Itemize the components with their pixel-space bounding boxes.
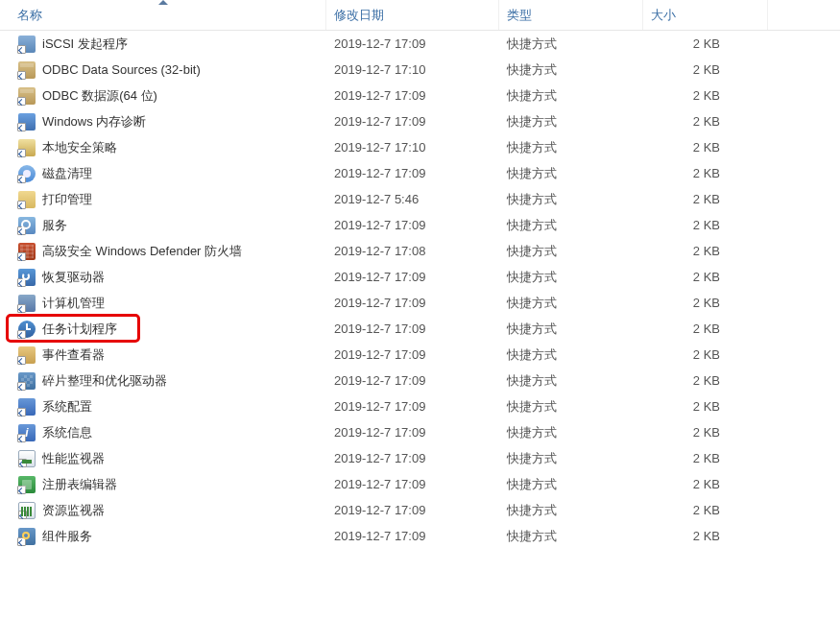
file-row[interactable]: 打印管理2019-12-7 5:46快捷方式2 KB (0, 186, 840, 212)
file-name-cell[interactable]: 系统配置 (0, 397, 326, 417)
file-row[interactable]: 碎片整理和优化驱动器2019-12-7 17:09快捷方式2 KB (0, 368, 840, 393)
file-row[interactable]: ODBC Data Sources (32-bit)2019-12-7 17:1… (0, 57, 840, 83)
file-icon (17, 60, 36, 80)
file-size-cell: 2 KB (643, 451, 768, 465)
file-type-cell: 快捷方式 (499, 398, 643, 416)
file-type-cell: 快捷方式 (499, 139, 643, 156)
file-name-cell[interactable]: 本地安全策略 (0, 138, 326, 157)
file-row[interactable]: 组件服务2019-12-7 17:09快捷方式2 KB (0, 523, 840, 549)
file-name-label: 磁盘清理 (42, 165, 92, 182)
file-icon (17, 320, 36, 339)
shortcut-overlay-icon (17, 201, 26, 209)
file-size-cell: 2 KB (643, 373, 768, 388)
file-name-label: 计算机管理 (42, 295, 105, 312)
file-name-cell[interactable]: 打印管理 (0, 190, 326, 209)
file-date-cell: 2019-12-7 17:09 (326, 166, 499, 180)
file-name-cell[interactable]: 性能监视器 (0, 449, 326, 468)
file-name-cell[interactable]: iSCSI 发起程序 (0, 35, 326, 54)
file-row[interactable]: Windows 内存诊断2019-12-7 17:09快捷方式2 KB (0, 108, 840, 134)
file-row[interactable]: 资源监视器2019-12-7 17:09快捷方式2 KB (0, 497, 840, 523)
file-type-cell: 快捷方式 (499, 424, 643, 441)
file-name-label: 服务 (42, 217, 67, 234)
file-icon (17, 268, 36, 287)
file-date-cell: 2019-12-7 17:09 (326, 218, 499, 232)
file-row[interactable]: 事件查看器2019-12-7 17:09快捷方式2 KB (0, 342, 840, 368)
column-header-size[interactable]: 大小 (643, 0, 768, 30)
file-row[interactable]: 服务2019-12-7 17:09快捷方式2 KB (0, 212, 840, 238)
file-date-cell: 2019-12-7 17:09 (326, 270, 499, 284)
file-icon (17, 475, 36, 494)
column-header-name[interactable]: 名称 (0, 0, 326, 30)
shortcut-overlay-icon (17, 408, 26, 417)
file-icon (17, 371, 36, 391)
file-name-cell[interactable]: 碎片整理和优化驱动器 (0, 371, 326, 391)
file-row[interactable]: 高级安全 Windows Defender 防火墙2019-12-7 17:08… (0, 238, 840, 264)
file-icon (17, 164, 36, 183)
file-name-cell[interactable]: 高级安全 Windows Defender 防火墙 (0, 242, 326, 261)
file-name-cell[interactable]: 系统信息 (0, 423, 326, 442)
file-name-cell[interactable]: 磁盘清理 (0, 164, 326, 183)
file-row[interactable]: 注册表编辑器2019-12-7 17:09快捷方式2 KB (0, 471, 840, 497)
shortcut-overlay-icon (17, 97, 26, 106)
file-row[interactable]: 系统配置2019-12-7 17:09快捷方式2 KB (0, 393, 840, 419)
file-row[interactable]: 系统信息2019-12-7 17:09快捷方式2 KB (0, 419, 840, 445)
file-size-cell: 2 KB (643, 529, 768, 543)
shortcut-overlay-icon (17, 486, 26, 494)
file-name-cell[interactable]: 注册表编辑器 (0, 475, 326, 494)
file-name-cell[interactable]: 资源监视器 (0, 501, 326, 520)
file-row[interactable]: 计算机管理2019-12-7 17:09快捷方式2 KB (0, 290, 840, 316)
file-date-cell: 2019-12-7 17:09 (326, 296, 499, 310)
column-header-type[interactable]: 类型 (499, 0, 643, 30)
file-icon (17, 449, 36, 468)
file-name-cell[interactable]: ODBC Data Sources (32-bit) (0, 60, 326, 80)
file-icon (17, 35, 36, 54)
file-name-cell[interactable]: 事件查看器 (0, 345, 326, 365)
file-row[interactable]: 任务计划程序2019-12-7 17:09快捷方式2 KB (0, 316, 840, 342)
file-date-cell: 2019-12-7 17:10 (326, 62, 499, 77)
file-name-label: 组件服务 (42, 528, 92, 545)
file-row[interactable]: 本地安全策略2019-12-7 17:10快捷方式2 KB (0, 134, 840, 160)
file-size-cell: 2 KB (643, 503, 768, 517)
file-size-cell: 2 KB (643, 296, 768, 310)
file-icon (17, 190, 36, 209)
file-row[interactable]: 磁盘清理2019-12-7 17:09快捷方式2 KB (0, 160, 840, 186)
file-type-cell: 快捷方式 (499, 502, 643, 519)
file-type-cell: 快捷方式 (499, 450, 643, 467)
file-name-cell[interactable]: 恢复驱动器 (0, 268, 326, 287)
file-date-cell: 2019-12-7 17:09 (326, 399, 499, 414)
file-icon (17, 216, 36, 235)
shortcut-overlay-icon (17, 149, 26, 157)
file-name-label: 资源监视器 (42, 502, 105, 519)
shortcut-overlay-icon (17, 537, 26, 546)
column-header-type-label: 类型 (507, 7, 532, 24)
file-name-cell[interactable]: 任务计划程序 (0, 320, 326, 339)
file-icon (17, 86, 36, 106)
file-row[interactable]: ODBC 数据源(64 位)2019-12-7 17:09快捷方式2 KB (0, 83, 840, 108)
file-type-cell: 快捷方式 (499, 36, 643, 53)
file-name-cell[interactable]: 计算机管理 (0, 294, 326, 313)
file-name-cell[interactable]: 服务 (0, 216, 326, 235)
file-type-cell: 快捷方式 (499, 295, 643, 312)
file-row[interactable]: 性能监视器2019-12-7 17:09快捷方式2 KB (0, 445, 840, 471)
file-name-cell[interactable]: 组件服务 (0, 527, 326, 546)
file-row[interactable]: iSCSI 发起程序2019-12-7 17:09快捷方式2 KB (0, 31, 840, 57)
file-icon (17, 345, 36, 365)
file-date-cell: 2019-12-7 17:09 (326, 36, 499, 51)
file-size-cell: 2 KB (643, 192, 768, 206)
file-name-cell[interactable]: Windows 内存诊断 (0, 112, 326, 131)
file-date-cell: 2019-12-7 17:09 (326, 373, 499, 388)
file-size-cell: 2 KB (643, 88, 768, 103)
file-row[interactable]: 恢复驱动器2019-12-7 17:09快捷方式2 KB (0, 264, 840, 290)
file-name-label: 恢复驱动器 (42, 269, 105, 286)
file-name-label: 注册表编辑器 (42, 476, 117, 493)
file-name-label: iSCSI 发起程序 (42, 36, 128, 53)
file-type-cell: 快捷方式 (499, 476, 643, 493)
shortcut-overlay-icon (18, 459, 27, 467)
file-date-cell: 2019-12-7 17:09 (326, 88, 499, 103)
file-name-cell[interactable]: ODBC 数据源(64 位) (0, 86, 326, 106)
column-header-date[interactable]: 修改日期 (326, 0, 499, 30)
file-size-cell: 2 KB (643, 425, 768, 440)
file-icon (17, 527, 36, 546)
file-size-cell: 2 KB (643, 140, 768, 155)
shortcut-overlay-icon (18, 511, 27, 519)
